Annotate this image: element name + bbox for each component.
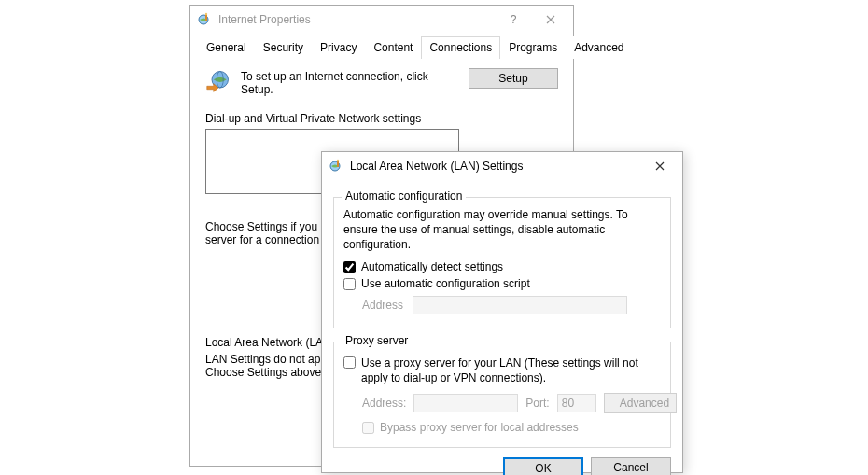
proxy-address-input bbox=[413, 394, 518, 412]
tab-content[interactable]: Content bbox=[365, 36, 421, 59]
script-address-label: Address bbox=[362, 299, 403, 312]
dialup-section-label: Dial-up and Virtual Private Network sett… bbox=[205, 112, 558, 125]
bypass-local-checkbox: Bypass proxy server for local addresses bbox=[362, 421, 661, 434]
lan-settings-window: Local Area Network (LAN) Settings Automa… bbox=[321, 151, 683, 473]
internet-options-icon bbox=[329, 159, 344, 174]
auto-script-checkbox[interactable]: Use automatic configuration script bbox=[343, 277, 661, 290]
globe-arrow-icon bbox=[205, 68, 231, 97]
advanced-button: Advanced bbox=[604, 393, 677, 413]
window-title: Local Area Network (LAN) Settings bbox=[350, 160, 523, 173]
use-proxy-label: Use a proxy server for your LAN (These s… bbox=[361, 356, 661, 385]
bypass-local-label: Bypass proxy server for local addresses bbox=[380, 421, 579, 434]
close-button[interactable] bbox=[641, 153, 679, 179]
tab-connections[interactable]: Connections bbox=[421, 36, 500, 59]
tab-general[interactable]: General bbox=[198, 36, 255, 59]
internet-options-icon bbox=[198, 12, 213, 27]
group-legend: Proxy server bbox=[342, 334, 412, 347]
auto-config-description: Automatic configuration may override man… bbox=[343, 207, 661, 253]
titlebar: Local Area Network (LAN) Settings bbox=[322, 152, 682, 180]
proxy-address-label: Address: bbox=[362, 397, 406, 410]
automatic-configuration-group: Automatic configuration Automatic config… bbox=[333, 197, 671, 328]
auto-script-checkbox-input[interactable] bbox=[343, 278, 356, 290]
script-address-input bbox=[413, 296, 627, 314]
help-button[interactable]: ? bbox=[495, 7, 532, 33]
titlebar: Internet Properties ? bbox=[190, 6, 573, 34]
tab-privacy[interactable]: Privacy bbox=[312, 36, 365, 59]
proxy-port-label: Port: bbox=[525, 397, 549, 410]
auto-script-label: Use automatic configuration script bbox=[361, 277, 530, 290]
setup-text: To set up an Internet connection, click … bbox=[241, 68, 459, 96]
proxy-port-input bbox=[557, 394, 596, 412]
tab-security[interactable]: Security bbox=[255, 36, 312, 59]
window-title: Internet Properties bbox=[218, 13, 311, 26]
cancel-button[interactable]: Cancel bbox=[591, 457, 671, 475]
auto-detect-checkbox-input[interactable] bbox=[343, 261, 356, 273]
tab-programs[interactable]: Programs bbox=[500, 36, 566, 59]
svg-point-2 bbox=[205, 13, 207, 15]
setup-button[interactable]: Setup bbox=[469, 68, 558, 89]
use-proxy-checkbox[interactable]: Use a proxy server for your LAN (These s… bbox=[343, 356, 661, 385]
svg-point-7 bbox=[337, 160, 339, 161]
use-proxy-checkbox-input[interactable] bbox=[343, 356, 356, 369]
bypass-local-checkbox-input bbox=[362, 422, 374, 434]
group-legend: Automatic configuration bbox=[342, 189, 466, 203]
proxy-server-group: Proxy server Use a proxy server for your… bbox=[333, 342, 671, 448]
close-button[interactable] bbox=[532, 7, 569, 33]
auto-detect-label: Automatically detect settings bbox=[361, 260, 503, 273]
ok-button[interactable]: OK bbox=[503, 457, 583, 475]
auto-detect-checkbox[interactable]: Automatically detect settings bbox=[343, 260, 661, 273]
tab-strip: General Security Privacy Content Connect… bbox=[198, 35, 566, 59]
tab-advanced[interactable]: Advanced bbox=[566, 36, 632, 59]
